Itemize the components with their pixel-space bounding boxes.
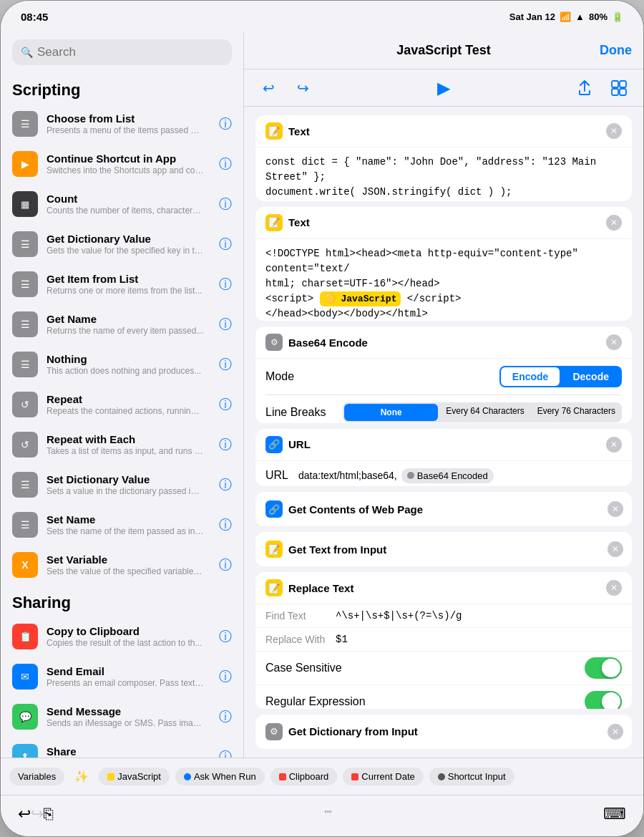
right-toolbar: ↩ ↪ ▶ [244, 69, 643, 107]
action-item-share[interactable]: ⬆ Share Prompts to share the input. ⓘ [1, 737, 243, 758]
info-icon-send-message[interactable]: ⓘ [219, 708, 232, 725]
action-item-choose-from-list[interactable]: ☰ Choose from List Presents a menu of th… [1, 104, 243, 144]
regex-label: Regular Expression [265, 695, 579, 708]
action-item-repeat-each[interactable]: ↺ Repeat with Each Takes a list of items… [1, 425, 243, 465]
info-icon-repeat[interactable]: ⓘ [219, 396, 232, 413]
redo-button[interactable]: ↪ [290, 75, 316, 101]
action-icon-get-dict-value: ☰ [12, 231, 38, 257]
get-contents-title: Get Contents of Web Page [288, 503, 423, 516]
search-bar[interactable]: 🔍 [12, 39, 232, 65]
action-item-get-name[interactable]: ☰ Get Name Returns the name of every ite… [1, 304, 243, 344]
system-paste-button[interactable]: ⎘ [44, 805, 53, 823]
text-card-2-close[interactable]: ✕ [606, 215, 622, 231]
get-contents-close[interactable]: ✕ [608, 501, 623, 517]
url-card-close[interactable]: ✕ [606, 437, 622, 453]
replace-text-card: 📝 Replace Text ✕ Find Text ^\s+|\s+$|\s+… [255, 572, 632, 709]
regex-row: Regular Expression [255, 685, 632, 709]
action-item-set-name[interactable]: ☰ Set Name Sets the name of the item pas… [1, 505, 243, 545]
base64-card-close[interactable]: ✕ [606, 334, 622, 350]
action-name-get-dict-value: Get Dictionary Value [47, 233, 210, 245]
status-bar: 08:45 Sat Jan 12 📶 ▲ 80% 🔋 [1, 1, 643, 32]
info-icon-set-name[interactable]: ⓘ [219, 516, 232, 533]
action-name-set-name: Set Name [47, 513, 210, 526]
action-item-copy-clipboard[interactable]: 📋 Copy to Clipboard Copies the result of… [1, 616, 243, 657]
get-dict-title: Get Dictionary from Input [288, 725, 418, 737]
action-item-set-dict[interactable]: ☰ Set Dictionary Value Sets a value in t… [1, 465, 243, 505]
shortcut-title: JavaScript Test [396, 43, 491, 58]
info-icon-set-variable[interactable]: ⓘ [219, 556, 232, 574]
info-icon-copy-clipboard[interactable]: ⓘ [219, 628, 232, 645]
undo-button[interactable]: ↩ [255, 75, 281, 101]
action-item-get-dict-value[interactable]: ☰ Get Dictionary Value Gets the value fo… [1, 224, 243, 264]
right-scroll[interactable]: 📝 Text ✕ const dict = { "name": "John Do… [244, 107, 643, 758]
system-undo-button[interactable]: ↩ [18, 805, 31, 823]
status-date-text: Sat Jan 12 [509, 11, 555, 22]
javascript-var-button[interactable]: JavaScript [99, 768, 170, 785]
play-button[interactable]: ▶ [431, 75, 457, 101]
keyboard-down-button[interactable]: ⌨ [603, 805, 626, 823]
url-card-title: URL [288, 438, 600, 450]
ask-when-run-button[interactable]: Ask When Run [175, 768, 265, 785]
current-date-button[interactable]: Current Date [343, 768, 423, 785]
text-card-1-header: 📝 Text ✕ [255, 115, 632, 147]
settings-button[interactable] [606, 75, 632, 101]
case-sensitive-toggle[interactable] [585, 657, 622, 679]
action-icon-send-message: 💬 [12, 704, 38, 730]
action-item-count[interactable]: ▦ Count Counts the number of items, char… [1, 184, 243, 224]
info-icon-get-dict-value[interactable]: ⓘ [219, 236, 232, 253]
mode-decode-button[interactable]: Decode [561, 367, 620, 386]
replace-text-title: Replace Text [288, 582, 600, 594]
variables-button[interactable]: Variables [9, 768, 64, 785]
get-text-close[interactable]: ✕ [608, 541, 623, 557]
info-icon-share[interactable]: ⓘ [219, 748, 232, 758]
lb-64-button[interactable]: Every 64 Characters [439, 402, 530, 422]
left-scroll[interactable]: Scripting ☰ Choose from List Presents a … [1, 72, 243, 758]
action-item-send-email[interactable]: ✉ Send Email Presents an email composer.… [1, 657, 243, 697]
action-name-send-message: Send Message [47, 705, 210, 717]
home-indicator [1, 832, 643, 837]
system-redo-button[interactable]: ↪ [31, 805, 44, 823]
info-icon-repeat-each[interactable]: ⓘ [219, 436, 232, 453]
share-button[interactable] [572, 75, 597, 101]
right-header: JavaScript Test Done [244, 32, 643, 69]
action-item-set-variable[interactable]: X Set Variable Sets the value of the spe… [1, 545, 243, 585]
lb-none-button[interactable]: None [344, 404, 438, 421]
done-button[interactable]: Done [600, 43, 632, 58]
action-text-choose-from-list: Choose from List Presents a menu of the … [47, 112, 210, 135]
url-row: URL data:text/html;base64, Base64 Encode… [255, 461, 632, 486]
action-item-get-item-list[interactable]: ☰ Get Item from List Returns one or more… [1, 264, 243, 304]
action-icon-get-item-list: ☰ [12, 271, 38, 297]
info-icon-send-email[interactable]: ⓘ [219, 668, 232, 685]
battery-text: 80% [589, 11, 608, 22]
regex-toggle[interactable] [585, 691, 622, 709]
info-icon-set-dict[interactable]: ⓘ [219, 476, 232, 493]
action-item-nothing[interactable]: ☰ Nothing This action does nothing and p… [1, 344, 243, 384]
search-input[interactable] [37, 45, 223, 59]
battery-icon: 🔋 [612, 11, 623, 22]
get-dict-close[interactable]: ✕ [608, 724, 623, 740]
clipboard-var-button[interactable]: Clipboard [270, 768, 338, 785]
replace-text-close[interactable]: ✕ [606, 580, 622, 596]
base64-card-icon: ⚙ [265, 334, 283, 351]
info-icon-nothing[interactable]: ⓘ [219, 356, 232, 373]
lb-76-button[interactable]: Every 76 Characters [531, 402, 622, 422]
action-item-send-message[interactable]: 💬 Send Message Sends an iMessage or SMS.… [1, 697, 243, 737]
text-card-2: 📝 Text ✕ <!DOCTYPE html><head><meta http… [255, 207, 632, 321]
magic-wand-button[interactable]: ✨ [70, 765, 93, 788]
text-card-1-close[interactable]: ✕ [606, 123, 622, 139]
mode-encode-button[interactable]: Encode [501, 367, 560, 386]
action-text-repeat: Repeat Repeats the contained actions, ru… [47, 393, 210, 416]
shortcut-input-button[interactable]: Shortcut Input [429, 768, 514, 785]
info-icon-get-item-list[interactable]: ⓘ [219, 276, 232, 293]
info-icon-choose-from-list[interactable]: ⓘ [219, 115, 232, 132]
info-icon-get-name[interactable]: ⓘ [219, 316, 232, 333]
action-item-repeat[interactable]: ↺ Repeat Repeats the contained actions, … [1, 384, 243, 425]
get-contents-action: 🔗 Get Contents of Web Page ✕ [255, 492, 632, 526]
current-date-label: Current Date [361, 771, 414, 782]
info-icon-continue-shortcut[interactable]: ⓘ [219, 155, 232, 173]
device-frame: 08:45 Sat Jan 12 📶 ▲ 80% 🔋 🔍 Scripting ☰ [0, 0, 644, 837]
case-sensitive-label: Case Sensitive [265, 662, 579, 674]
info-icon-count[interactable]: ⓘ [219, 195, 232, 213]
action-text-send-message: Send Message Sends an iMessage or SMS. P… [47, 705, 210, 728]
action-item-continue-shortcut[interactable]: ▶ Continue Shortcut in App Switches into… [1, 144, 243, 184]
